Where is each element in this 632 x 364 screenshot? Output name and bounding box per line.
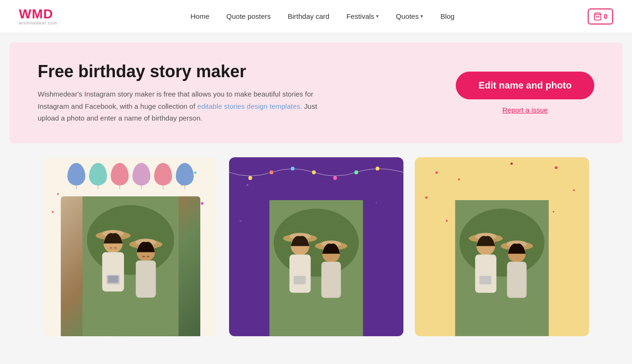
nav-blog[interactable]: Blog <box>440 12 454 20</box>
people-illustration-3 <box>435 200 568 336</box>
photo-placeholder-3 <box>435 200 568 336</box>
svg-rect-51 <box>507 262 526 298</box>
cart-count: 0 <box>604 13 607 20</box>
svg-rect-28 <box>334 176 337 180</box>
people-illustration-1 <box>61 196 200 336</box>
story-card-1[interactable] <box>43 157 218 336</box>
hero-actions: Edit name and photo Report a issue <box>456 72 594 114</box>
balloon-1 <box>67 163 85 186</box>
photo-placeholder-1 <box>61 196 200 336</box>
festivals-chevron-icon: ▾ <box>376 13 379 19</box>
hero-banner: Free birthday story maker Wishmedear's I… <box>9 42 623 143</box>
balloon-2 <box>89 163 107 186</box>
photo-frame-3 <box>435 200 568 336</box>
svg-rect-40 <box>321 262 341 298</box>
cart-icon <box>593 12 602 21</box>
svg-rect-36 <box>289 254 311 292</box>
svg-point-12 <box>114 247 116 249</box>
logo-text: WMD <box>19 8 53 21</box>
svg-rect-52 <box>479 276 491 284</box>
balloon-3 <box>111 163 129 186</box>
nav-quotes[interactable]: Quotes ▾ <box>396 12 423 20</box>
nav-home[interactable]: Home <box>190 12 209 20</box>
svg-point-14 <box>147 256 149 258</box>
hero-description: Wishmedear's Instagram story maker is fr… <box>38 88 320 124</box>
nav-birthday-card[interactable]: Birthday card <box>288 12 329 20</box>
nav-festivals[interactable]: Festivals ▾ <box>346 12 379 20</box>
svg-rect-10 <box>136 260 156 298</box>
hero-title: Free birthday story maker <box>38 61 320 81</box>
svg-rect-25 <box>270 170 273 174</box>
svg-point-32 <box>273 209 358 276</box>
svg-rect-27 <box>312 170 315 174</box>
balloon-5 <box>154 163 172 186</box>
svg-rect-6 <box>102 252 123 291</box>
edit-name-photo-button[interactable]: Edit name and photo <box>456 72 594 99</box>
svg-rect-26 <box>291 167 294 170</box>
header: WMD wishmedear.com Home Quote posters Bi… <box>0 0 632 33</box>
story-cards-section <box>0 143 632 350</box>
svg-rect-29 <box>355 170 358 174</box>
svg-rect-41 <box>294 276 305 284</box>
photo-frame-1 <box>61 196 200 336</box>
quotes-chevron-icon: ▾ <box>420 13 423 19</box>
report-issue-link[interactable]: Report a issue <box>502 106 548 114</box>
logo[interactable]: WMD wishmedear.com <box>19 8 57 25</box>
balloon-4 <box>132 163 150 186</box>
people-illustration-2 <box>250 200 382 336</box>
svg-point-43 <box>459 209 544 276</box>
svg-rect-30 <box>376 167 379 170</box>
svg-point-13 <box>142 256 145 258</box>
balloon-6 <box>176 163 194 186</box>
balloons-decoration <box>43 163 218 186</box>
cart-button[interactable]: 0 <box>588 8 613 24</box>
svg-rect-24 <box>249 176 252 180</box>
hero-text-block: Free birthday story maker Wishmedear's I… <box>38 61 320 124</box>
svg-rect-47 <box>475 254 496 292</box>
main-nav: Home Quote posters Birthday card Festiva… <box>190 12 454 20</box>
story-card-2[interactable] <box>229 157 403 336</box>
svg-point-11 <box>109 247 112 249</box>
garland-decoration <box>229 163 403 188</box>
svg-rect-16 <box>107 276 118 283</box>
photo-frame-2 <box>250 200 382 336</box>
nav-quote-posters[interactable]: Quote posters <box>226 12 271 20</box>
photo-placeholder-2 <box>250 200 382 336</box>
story-card-3[interactable] <box>415 157 589 336</box>
logo-sub: wishmedear.com <box>19 21 57 25</box>
svg-point-2 <box>87 205 174 275</box>
